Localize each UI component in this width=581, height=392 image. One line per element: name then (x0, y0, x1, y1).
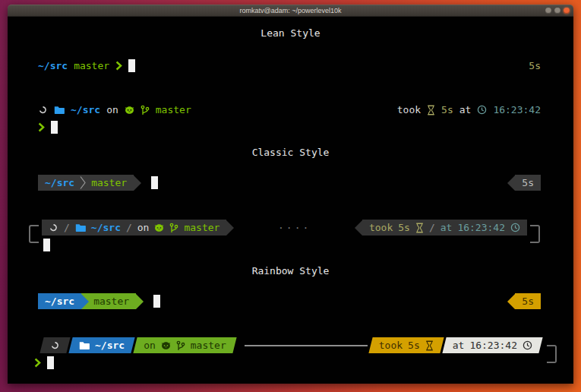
rainbow-style-heading: Rainbow Style (8, 265, 573, 277)
powerline-arrow-icon (136, 294, 144, 309)
hourglass-icon (427, 105, 435, 115)
command-duration: 5s (522, 296, 534, 307)
lean-oneline-prompt: ~/src master 5s (8, 58, 573, 74)
current-directory: ~/src (38, 60, 68, 71)
current-time: 16:23:42 (469, 340, 517, 351)
current-directory: ~/src (71, 104, 100, 115)
prompt-chevron-icon (115, 61, 122, 71)
current-directory: ~/src (95, 340, 125, 351)
github-octocat-icon (161, 341, 171, 350)
minimize-button[interactable] (545, 8, 551, 14)
dir-vcs-segment: ~/src master (38, 175, 134, 191)
dir-segment: ~/src (38, 293, 81, 309)
github-octocat-icon (154, 223, 164, 232)
on-label: on (144, 340, 156, 351)
on-label: on (106, 104, 118, 115)
prompt-frame-left (29, 225, 39, 243)
hourglass-icon (415, 223, 424, 233)
left-segment: / ~/src / on master (42, 220, 226, 236)
cursor (128, 59, 135, 72)
took-label: took (369, 222, 393, 233)
current-directory: ~/src (45, 177, 74, 188)
current-directory: ~/src (91, 222, 121, 233)
git-branch-icon (176, 340, 185, 351)
powerline-arrow-icon (81, 294, 89, 309)
cursor (43, 239, 50, 251)
classic-oneline-prompt: ~/src master 5s (8, 175, 573, 191)
right-segment: took 5s / at 16:23:42 (362, 220, 527, 236)
at-label: at (453, 340, 465, 351)
lean-twoline-prompt: ~/src on master took 5s at 16:23:42 (8, 102, 573, 135)
os-segment (42, 337, 68, 353)
took-label: took (379, 340, 403, 351)
current-time: 16:23:42 (493, 104, 541, 115)
powerline-arrow-icon (355, 220, 362, 236)
lean-style-heading: Lean Style (8, 27, 573, 39)
terminal-window: romkatv@adam: ~/powerlevel10k Lean Style… (8, 5, 573, 384)
at-label: at (440, 222, 453, 233)
powerline-arrow-icon (134, 175, 141, 191)
cursor (51, 121, 58, 134)
command-duration: 5s (441, 104, 453, 115)
duration-segment: 5s (515, 293, 541, 309)
swirl-os-icon (50, 340, 60, 350)
prompt-chevron-icon (38, 122, 45, 132)
git-branch-name: master (91, 177, 127, 188)
command-duration: 5s (522, 177, 534, 188)
clock-icon (510, 223, 520, 232)
folder-icon (79, 341, 90, 350)
took-label: took (397, 104, 421, 115)
window-controls (545, 8, 570, 14)
vcs-segment: master (81, 293, 136, 309)
folder-icon (54, 106, 65, 115)
on-label: on (137, 222, 150, 233)
git-branch-name: master (191, 340, 226, 351)
maximize-button[interactable] (554, 8, 560, 14)
git-branch-name: master (93, 296, 129, 307)
thin-chevron-separator-icon (80, 176, 86, 189)
cursor (151, 176, 158, 189)
powerline-arrow-icon (507, 175, 515, 191)
clock-icon (523, 340, 532, 350)
clock-icon (477, 105, 487, 115)
command-duration: 5s (398, 222, 410, 233)
classic-style-heading: Classic Style (8, 147, 573, 158)
vcs-segment: on master (135, 337, 235, 353)
dir-segment: ~/src (71, 337, 133, 353)
window-titlebar[interactable]: romkatv@adam: ~/powerlevel10k (8, 5, 573, 17)
window-title: romkatv@adam: ~/powerlevel10k (240, 8, 342, 14)
powerline-arrow-icon (507, 294, 515, 309)
prompt-frame-right (530, 225, 540, 243)
current-time: 16:23:42 (457, 222, 505, 233)
git-branch-icon (141, 105, 150, 115)
git-branch-icon (169, 223, 178, 233)
cursor (153, 295, 160, 308)
hourglass-icon (425, 340, 434, 351)
swirl-os-icon (49, 223, 58, 232)
git-branch-name: master (184, 222, 219, 233)
github-octocat-icon (125, 106, 134, 115)
powerline-arrow-icon (226, 220, 234, 236)
git-branch-name: master (74, 60, 109, 71)
cursor (47, 356, 54, 369)
duration-segment: took 5s (371, 337, 442, 353)
rainbow-oneline-prompt: ~/src master 5s (8, 293, 573, 309)
terminal-content[interactable]: Lean Style ~/src master 5s ~/src on (8, 17, 573, 384)
slash-separator: / (126, 222, 132, 233)
command-duration: 5s (408, 340, 420, 351)
folder-icon (75, 223, 86, 232)
desktop-background: romkatv@adam: ~/powerlevel10k Lean Style… (0, 0, 581, 392)
prompt-chevron-icon (34, 358, 41, 368)
gap-filler-dots: ···· (234, 222, 355, 233)
at-label: at (459, 104, 472, 115)
gap-filler-line (245, 345, 368, 346)
close-button[interactable] (564, 8, 570, 14)
git-branch-name: master (156, 104, 191, 115)
slash-separator: / (64, 222, 70, 233)
rainbow-twoline-prompt: ~/src on master took 5s (8, 337, 573, 371)
slash-separator: / (429, 222, 435, 233)
current-directory: ~/src (45, 296, 74, 307)
swirl-os-icon (38, 105, 48, 115)
command-duration: 5s (529, 60, 541, 71)
duration-segment: 5s (515, 175, 541, 191)
